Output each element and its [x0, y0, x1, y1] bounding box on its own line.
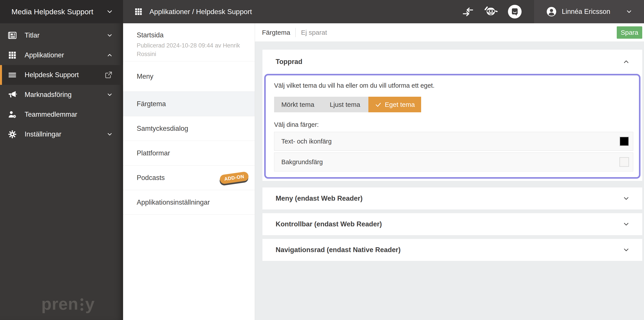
gear-icon: [0, 130, 24, 139]
top-bar: Applikationer / Helpdesk Support: [123, 0, 644, 23]
subnav-item-label: Applikationsinställningar: [137, 198, 248, 206]
sidebar-item-marknadsforing[interactable]: Marknadsföring: [0, 85, 123, 104]
subnav-item-applikationsinstallningar[interactable]: Applikationsinställningar: [123, 190, 255, 215]
page-title: Färgtema: [262, 29, 290, 36]
chevron-up-icon: [106, 52, 113, 58]
sidebar-item-teammedlemmar[interactable]: Teammedlemmar: [0, 104, 123, 124]
breadcrumb-text: Applikationer / Helpdesk Support: [150, 8, 252, 16]
sidebar-item-label: Teammedlemmar: [24, 110, 113, 118]
megaphone-icon: [0, 90, 24, 100]
accordion-title: Navigationsrad (endast Native Reader): [276, 246, 622, 254]
sidebar-item-applikationer[interactable]: Applikationer: [0, 45, 123, 65]
color-row-label: Bakgrundsfärg: [281, 158, 620, 166]
sidebar-item-titlar[interactable]: Titlar: [0, 26, 123, 45]
support-chat-icon[interactable]: [508, 4, 522, 19]
prenly-logo: pren y: [41, 294, 95, 314]
sidebar-item-helpdesk-support[interactable]: Helpdesk Support: [0, 65, 123, 85]
panel-topprad: Topprad Välj vilket tema du vill ha elle…: [262, 50, 642, 181]
color-row-label: Text- och ikonfärg: [281, 138, 620, 145]
sidebar-item-label: Marknadsföring: [24, 91, 106, 99]
chevron-down-icon: [622, 246, 630, 254]
sidebar-item-label: Inställningar: [24, 130, 106, 138]
accordion-header-topprad[interactable]: Topprad: [262, 50, 642, 74]
chevron-down-icon: [622, 195, 630, 202]
addon-badge: ADD-ON: [219, 171, 249, 184]
chevron-down-icon: [622, 220, 630, 228]
sidebar-item-label: Applikationer: [24, 51, 106, 59]
panel-kontrollbar-web-reader[interactable]: Kontrollbar (endast Web Reader): [262, 213, 642, 235]
accordion-title: Topprad: [276, 58, 622, 66]
accordion-title: Kontrollbar (endast Web Reader): [276, 220, 622, 228]
chevron-down-icon: [106, 131, 113, 138]
highlighted-section: Välj vilket tema du vill ha eller om du …: [264, 74, 640, 179]
subnav-item-plattformar[interactable]: Plattformar: [123, 141, 255, 166]
sidebar-nav: Titlar Applikationer: [0, 23, 123, 144]
collapse-arrows-icon[interactable]: [462, 6, 474, 18]
accordion-title: Meny (endast Web Reader): [276, 194, 622, 202]
app-section-nav: Startsida Publicerad 2024-10-28 09:44 av…: [123, 23, 255, 320]
user-circle-icon: [546, 6, 556, 17]
breadcrumb: Applikationer / Helpdesk Support: [123, 7, 462, 16]
color-row-background[interactable]: Bakgrundsfärg: [274, 152, 633, 172]
colors-label: Välj dina färger:: [274, 121, 633, 128]
color-swatch-background[interactable]: [620, 157, 629, 167]
page-header: Färgtema Ej sparat Spara: [255, 23, 644, 42]
publish-status: Publicerad 2024-10-28 09:44 av Henrik Ro…: [137, 41, 242, 58]
sidebar-item-label: Titlar: [24, 32, 106, 39]
subnav-item-label: Färgtema: [137, 100, 248, 108]
color-row-text-icon[interactable]: Text- och ikonfärg: [274, 132, 633, 151]
chevron-down-icon: [626, 8, 632, 15]
grid-icon: [134, 7, 143, 16]
subnav-item-fargtema[interactable]: Färgtema: [123, 92, 255, 116]
chevron-down-icon: [106, 8, 114, 16]
subnav-item-label: Startsida: [137, 31, 248, 39]
panel-meny-web-reader[interactable]: Meny (endast Web Reader): [262, 188, 642, 210]
theme-description: Välj vilket tema du vill ha eller om du …: [274, 82, 633, 89]
newspaper-icon: [0, 30, 24, 40]
settings-panels: Topprad Välj vilket tema du vill ha elle…: [255, 42, 644, 261]
workspace-switcher[interactable]: Media Helpdesk Support: [0, 0, 123, 23]
main-content: Färgtema Ej sparat Spara Topprad Välj vi…: [255, 23, 644, 320]
save-status: Ej sparat: [301, 29, 617, 36]
subnav-item-samtyckesdialog[interactable]: Samtyckesdialog: [123, 116, 255, 141]
theme-selector: Mörkt tema Ljust tema Eget tema: [274, 97, 421, 112]
menu-lines-icon: [0, 70, 24, 79]
logo-text-pre: pren: [41, 294, 78, 314]
external-link-icon[interactable]: [104, 70, 113, 79]
logo-text-post: y: [85, 294, 95, 314]
subnav-item-label: Plattformar: [137, 149, 248, 157]
theme-option-light[interactable]: Ljust tema: [322, 97, 368, 112]
user-name: Linnéa Ericsson: [562, 8, 626, 16]
subnav-item-startsida[interactable]: Startsida Publicerad 2024-10-28 09:44 av…: [123, 23, 255, 61]
subnav-item-label: Podcasts: [137, 174, 220, 182]
user-gear-icon: [0, 110, 24, 119]
subnav-item-podcasts[interactable]: Podcasts ADD-ON: [123, 166, 255, 190]
chevron-down-icon: [106, 32, 113, 39]
main-sidebar: Media Helpdesk Support Titlar: [0, 0, 123, 320]
bot-icon[interactable]: [484, 5, 498, 18]
logo-dots: [80, 297, 83, 311]
grid-icon: [0, 50, 24, 60]
theme-option-dark[interactable]: Mörkt tema: [274, 97, 322, 112]
subnav-item-meny[interactable]: Meny: [123, 61, 255, 92]
user-menu[interactable]: Linnéa Ericsson: [534, 0, 644, 23]
chevron-up-icon: [622, 58, 630, 66]
sidebar-item-installningar[interactable]: Inställningar: [0, 124, 123, 144]
chevron-down-icon: [106, 92, 113, 98]
subnav-item-label: Meny: [137, 72, 248, 80]
save-button[interactable]: Spara: [617, 26, 642, 39]
sidebar-item-label: Helpdesk Support: [24, 71, 104, 79]
check-icon: [375, 101, 382, 108]
workspace-name: Media Helpdesk Support: [12, 8, 106, 16]
topbar-icons: [462, 4, 522, 19]
subnav-item-label: Samtyckesdialog: [137, 124, 248, 132]
color-swatch-text-icon[interactable]: [620, 136, 629, 146]
theme-option-custom[interactable]: Eget tema: [368, 97, 421, 112]
theme-option-label: Eget tema: [385, 101, 415, 108]
panel-navigationsrad-native-reader[interactable]: Navigationsrad (endast Native Reader): [262, 239, 642, 261]
